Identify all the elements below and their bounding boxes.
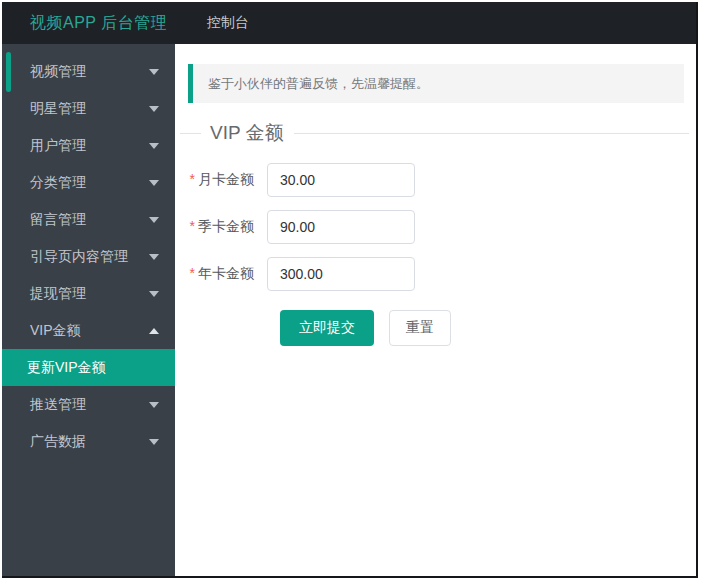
sidebar-item-push-mgmt[interactable]: 推送管理 (2, 386, 175, 423)
quarterly-amount-input[interactable] (267, 210, 415, 244)
section-header: VIP 金额 (175, 120, 696, 146)
quarterly-amount-label: *季卡金额 (175, 218, 267, 236)
chevron-down-icon (149, 143, 159, 149)
form-row-quarterly: *季卡金额 (175, 210, 696, 244)
form-row-yearly: *年卡金额 (175, 257, 696, 291)
body-row: 视频管理 明星管理 用户管理 分类管理 留言管理 (2, 44, 696, 576)
divider-line-left (180, 133, 201, 134)
app-window: 视频APP 后台管理 控制台 视频管理 明星管理 用户管理 (2, 2, 698, 578)
sidebar-item-label: 广告数据 (30, 433, 86, 451)
chevron-down-icon (149, 402, 159, 408)
sidebar-scrollbar-thumb[interactable] (6, 52, 11, 92)
top-bar: 视频APP 后台管理 控制台 (2, 2, 696, 44)
sidebar-item-label: 用户管理 (30, 137, 86, 155)
reset-button[interactable]: 重置 (389, 310, 451, 346)
sidebar-item-message-mgmt[interactable]: 留言管理 (2, 201, 175, 238)
notice-text: 鉴于小伙伴的普遍反馈，先温馨提醒。 (208, 75, 429, 93)
chevron-down-icon (149, 254, 159, 260)
sidebar-subitem-label: 更新VIP金额 (27, 359, 106, 377)
sidebar-item-user-mgmt[interactable]: 用户管理 (2, 127, 175, 164)
sidebar: 视频管理 明星管理 用户管理 分类管理 留言管理 (2, 44, 175, 576)
sidebar-item-guide-page-mgmt[interactable]: 引导页内容管理 (2, 238, 175, 275)
form-buttons: 立即提交 重置 (280, 310, 696, 346)
chevron-down-icon (149, 439, 159, 445)
screen: 视频APP 后台管理 控制台 视频管理 明星管理 用户管理 (0, 0, 704, 587)
sidebar-item-label: 留言管理 (30, 211, 86, 229)
nav-tab-console[interactable]: 控制台 (207, 14, 249, 32)
sidebar-item-ad-data[interactable]: 广告数据 (2, 423, 175, 460)
monthly-amount-input[interactable] (267, 163, 415, 197)
monthly-amount-label: *月卡金额 (175, 171, 267, 189)
yearly-amount-label: *年卡金额 (175, 265, 267, 283)
sidebar-item-label: 分类管理 (30, 174, 86, 192)
divider-line-right (294, 133, 689, 134)
submit-button[interactable]: 立即提交 (280, 310, 374, 346)
sidebar-item-vip-amount[interactable]: VIP金额 (2, 312, 175, 349)
sidebar-item-label: 明星管理 (30, 100, 86, 118)
sidebar-item-label: 视频管理 (30, 63, 86, 81)
sidebar-item-withdraw-mgmt[interactable]: 提现管理 (2, 275, 175, 312)
page-title: VIP 金额 (210, 120, 284, 146)
chevron-down-icon (149, 69, 159, 75)
vip-amount-form: *月卡金额 *季卡金额 *年卡金额 (175, 163, 696, 346)
sidebar-item-star-mgmt[interactable]: 明星管理 (2, 90, 175, 127)
yearly-amount-input[interactable] (267, 257, 415, 291)
sidebar-item-label: 引导页内容管理 (30, 248, 128, 266)
chevron-up-icon (149, 328, 159, 334)
form-row-monthly: *月卡金额 (175, 163, 696, 197)
app-logo[interactable]: 视频APP 后台管理 (2, 13, 175, 34)
main-content: 鉴于小伙伴的普遍反馈，先温馨提醒。 VIP 金额 *月卡金额 (175, 44, 696, 576)
chevron-down-icon (149, 106, 159, 112)
sidebar-subitem-update-vip-amount-active[interactable]: 更新VIP金额 (2, 349, 175, 386)
required-asterisk: * (190, 265, 195, 281)
chevron-down-icon (149, 217, 159, 223)
required-asterisk: * (190, 218, 195, 234)
chevron-down-icon (149, 291, 159, 297)
chevron-down-icon (149, 180, 159, 186)
sidebar-item-video-mgmt[interactable]: 视频管理 (2, 53, 175, 90)
sidebar-item-label: VIP金额 (30, 322, 81, 340)
sidebar-item-label: 提现管理 (30, 285, 86, 303)
notice-banner: 鉴于小伙伴的普遍反馈，先温馨提醒。 (188, 64, 684, 103)
sidebar-item-label: 推送管理 (30, 396, 86, 414)
sidebar-item-category-mgmt[interactable]: 分类管理 (2, 164, 175, 201)
required-asterisk: * (190, 171, 195, 187)
